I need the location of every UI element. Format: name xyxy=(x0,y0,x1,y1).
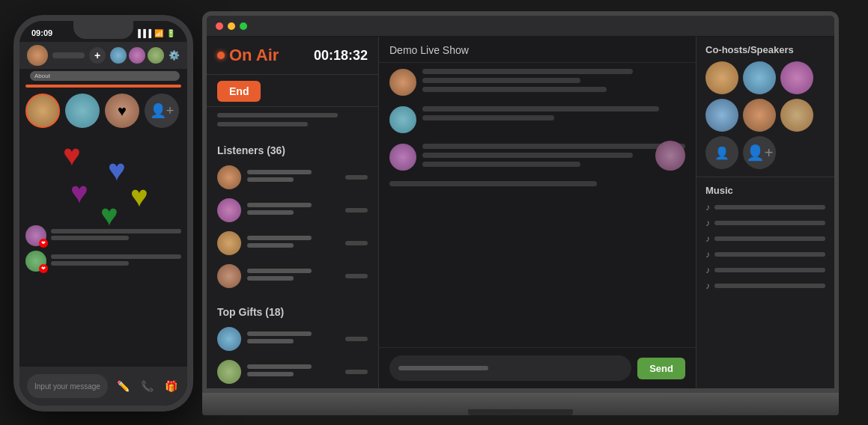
gift-name xyxy=(247,364,312,369)
chat-line-1 xyxy=(422,144,685,149)
minimize-dot[interactable] xyxy=(228,22,235,30)
listener-action[interactable] xyxy=(345,175,368,180)
timer: 00:18:32 xyxy=(314,48,368,64)
music-track-row: ♪ xyxy=(705,265,825,275)
gift-action[interactable] xyxy=(345,337,368,341)
cohost-avatar[interactable] xyxy=(705,61,738,94)
gift-icon[interactable]: 🎁 xyxy=(162,377,180,395)
close-dot[interactable] xyxy=(216,22,223,30)
listener-row xyxy=(207,161,378,194)
cohost-avatar[interactable] xyxy=(743,99,776,132)
listeners-section: Listeners (36) xyxy=(207,137,378,388)
listener-info xyxy=(247,269,339,284)
music-note-icon: ♪ xyxy=(705,265,710,275)
input-content xyxy=(398,366,488,370)
chat-line-2 xyxy=(422,115,554,120)
cohost-avatar[interactable] xyxy=(780,61,813,94)
chat-message xyxy=(389,181,685,190)
user-avatar xyxy=(27,45,48,66)
chat-line-1 xyxy=(389,181,597,186)
msg-content xyxy=(51,254,181,268)
send-button[interactable]: Send xyxy=(637,358,685,379)
music-note-icon: ♪ xyxy=(705,233,710,244)
music-track-row: ♪ xyxy=(705,281,825,291)
signal-icon: ▐▐▐ xyxy=(136,29,151,37)
listener-detail xyxy=(247,276,294,281)
cohost-avatar[interactable] xyxy=(705,99,738,132)
gift-avatar xyxy=(217,327,241,351)
message-input[interactable]: Input your message xyxy=(27,374,108,398)
gift-row xyxy=(207,322,378,355)
track-line[interactable] xyxy=(714,268,825,272)
settings-icon[interactable]: ⚙️ xyxy=(169,50,180,61)
gift-action[interactable] xyxy=(345,370,368,374)
listener-action[interactable] xyxy=(345,241,368,245)
music-track-row: ♪ xyxy=(705,202,825,212)
music-note-icon: ♪ xyxy=(705,202,710,212)
top-gifts-section: Top Gifts (18) xyxy=(207,299,378,388)
chat-avatar xyxy=(389,144,416,171)
laptop-content: On Air 00:18:32 End Listeners (36) xyxy=(207,37,834,388)
cohosts-section: Co-hosts/Speakers 👤 👤+ xyxy=(696,37,834,177)
phone-header: + ⚙️ xyxy=(19,42,187,69)
listener-info xyxy=(247,236,339,251)
chat-message xyxy=(389,69,685,96)
compose-icon[interactable]: ✏️ xyxy=(114,377,132,395)
gift-detail xyxy=(247,372,294,376)
phone-notch xyxy=(73,21,133,39)
status-time: 09:09 xyxy=(31,28,52,37)
music-track-row: ♪ xyxy=(705,218,825,228)
track-line[interactable] xyxy=(714,284,825,288)
phone-icon[interactable]: 📞 xyxy=(138,377,156,395)
music-note-icon: ♪ xyxy=(705,281,710,291)
listener-name xyxy=(247,170,312,174)
heart-red: ♥ xyxy=(63,140,81,170)
username-text xyxy=(52,52,85,58)
heart-blue: ♥ xyxy=(108,155,126,185)
user-grid-item[interactable]: ♥ xyxy=(105,94,139,128)
gift-row xyxy=(207,355,378,388)
add-button[interactable]: + xyxy=(89,47,106,64)
listener-action[interactable] xyxy=(345,208,368,212)
battery-icon: 🔋 xyxy=(166,29,175,37)
cohost-avatar-6[interactable] xyxy=(780,99,813,132)
status-icons: ▐▐▐ 📶 🔋 xyxy=(136,29,175,37)
maximize-dot[interactable] xyxy=(240,22,247,30)
chat-line-3 xyxy=(422,87,607,92)
user-grid-item[interactable] xyxy=(25,94,60,128)
chat-input[interactable] xyxy=(389,355,631,381)
wifi-icon: 📶 xyxy=(154,29,163,37)
end-button[interactable]: End xyxy=(217,81,261,102)
show-title: Demo Live Show xyxy=(379,37,696,63)
msg-line-1 xyxy=(51,254,181,259)
heart-yellow: ♥ xyxy=(130,181,148,211)
track-line[interactable] xyxy=(714,221,825,225)
gift-info xyxy=(247,331,339,346)
listener-detail xyxy=(247,177,294,182)
chat-line-2 xyxy=(422,78,580,83)
add-cohost-button[interactable]: 👤+ xyxy=(743,136,776,169)
listener-row xyxy=(207,194,378,227)
chat-bubble xyxy=(422,106,685,133)
user-grid-item[interactable] xyxy=(65,94,100,128)
cohost-avatar[interactable] xyxy=(743,61,776,94)
music-section: Music ♪ ♪ ♪ xyxy=(696,177,834,304)
music-note-icon: ♪ xyxy=(705,249,710,260)
phone-screen: 09:09 ▐▐▐ 📶 🔋 + ⚙️ Ab xyxy=(19,21,187,406)
listener-name xyxy=(247,236,312,240)
about-badge[interactable]: About xyxy=(30,71,180,81)
track-line[interactable] xyxy=(714,236,825,241)
user-grid-item[interactable]: 👤+ xyxy=(145,94,179,128)
heart-purple: ♥ xyxy=(70,177,88,207)
cohost-avatar-7[interactable]: 👤 xyxy=(705,136,738,169)
add-person-icon: 👤+ xyxy=(746,144,774,162)
track-line[interactable] xyxy=(714,205,825,210)
track-line[interactable] xyxy=(714,252,825,257)
left-panel: On Air 00:18:32 End Listeners (36) xyxy=(207,37,379,388)
listener-detail xyxy=(247,243,294,248)
listener-action[interactable] xyxy=(345,274,368,278)
unread-badge: ❤ xyxy=(39,264,48,273)
gift-detail xyxy=(247,339,294,343)
floating-avatar xyxy=(655,141,685,171)
chat-bubble xyxy=(422,144,685,171)
